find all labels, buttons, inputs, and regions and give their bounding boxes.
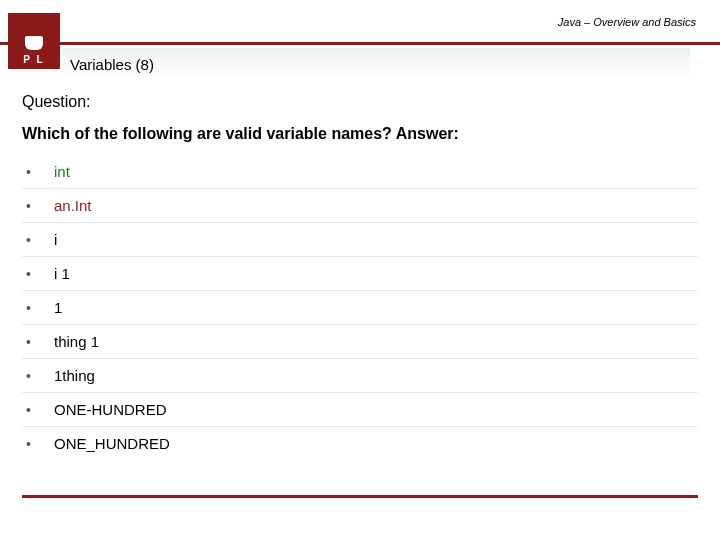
- list-item-label: int: [54, 163, 70, 180]
- content-area: Question: Which of the following are val…: [0, 83, 720, 460]
- list-item: •i 1: [22, 257, 698, 291]
- list-item: •1: [22, 291, 698, 325]
- list-item-label: thing 1: [54, 333, 99, 350]
- list-item: •ONE-HUNDRED: [22, 393, 698, 427]
- bullet-icon: •: [26, 436, 54, 452]
- list-item: •ONE_HUNDRED: [22, 427, 698, 460]
- header-bar: Java – Overview and Basics: [0, 0, 720, 42]
- list-item: •thing 1: [22, 325, 698, 359]
- bullet-icon: •: [26, 368, 54, 384]
- logo-letters: P L: [23, 54, 44, 65]
- bullet-icon: •: [26, 300, 54, 316]
- list-item: •i: [22, 223, 698, 257]
- slide-title: Variables (8): [70, 56, 154, 73]
- list-item-label: 1thing: [54, 367, 95, 384]
- bullet-icon: •: [26, 164, 54, 180]
- title-bg: Variables (8): [62, 48, 690, 80]
- list-item-label: i: [54, 231, 57, 248]
- list-item: •1thing: [22, 359, 698, 393]
- list-item-label: 1: [54, 299, 62, 316]
- bullet-icon: •: [26, 334, 54, 350]
- question-text: Which of the following are valid variabl…: [22, 125, 698, 143]
- list-item: •an.Int: [22, 189, 698, 223]
- logo-inner: P L: [23, 34, 44, 65]
- list-item-label: i 1: [54, 265, 70, 282]
- title-row: P L Variables (8): [0, 45, 720, 83]
- bullet-icon: •: [26, 198, 54, 214]
- bullet-icon: •: [26, 402, 54, 418]
- footer-divider: [22, 495, 698, 498]
- bullet-icon: •: [26, 266, 54, 282]
- bullet-icon: •: [26, 232, 54, 248]
- list-item-label: ONE_HUNDRED: [54, 435, 170, 452]
- logo-icon: P L: [8, 13, 60, 69]
- course-label: Java – Overview and Basics: [558, 16, 696, 28]
- question-label: Question:: [22, 93, 698, 111]
- list-item-label: ONE-HUNDRED: [54, 401, 167, 418]
- answer-list: •int•an.Int•i•i 1•1•thing 1•1thing•ONE-H…: [22, 155, 698, 460]
- list-item: •int: [22, 155, 698, 189]
- shield-icon: [25, 36, 43, 50]
- list-item-label: an.Int: [54, 197, 92, 214]
